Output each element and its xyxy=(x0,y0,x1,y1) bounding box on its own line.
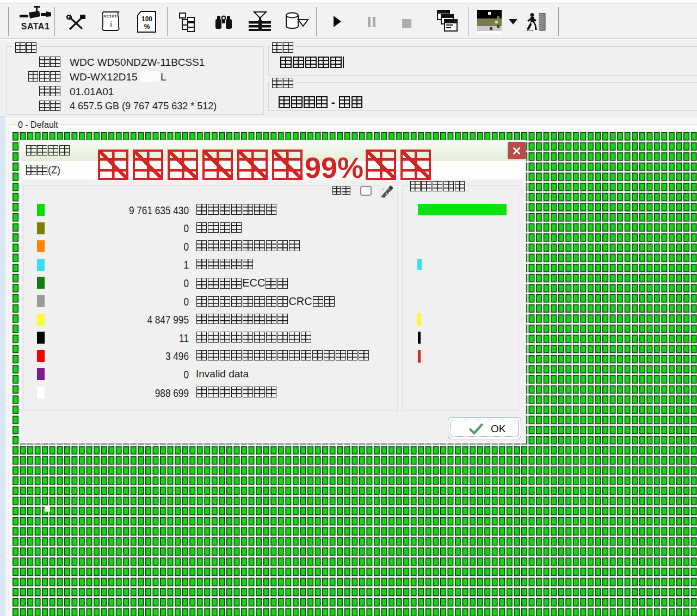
svg-text:%: % xyxy=(144,23,150,30)
svg-text:i: i xyxy=(110,20,112,28)
svg-text:100: 100 xyxy=(141,15,152,23)
svg-text:01101: 01101 xyxy=(104,14,117,18)
